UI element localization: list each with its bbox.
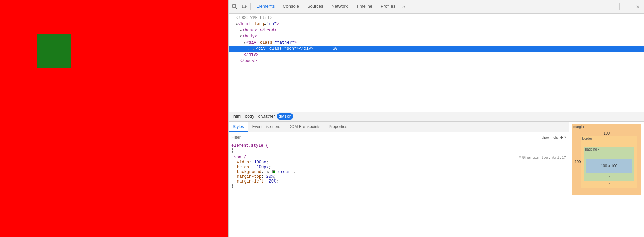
tab-network[interactable]: Network bbox=[328, 0, 352, 13]
box-content: 100 × 100 bbox=[586, 159, 632, 173]
breadcrumb-body[interactable]: body bbox=[243, 113, 256, 120]
css-prop-height: height: 100px; bbox=[231, 165, 566, 170]
border-val-bottom: - bbox=[584, 181, 634, 185]
filter-hov-button[interactable]: :hov bbox=[541, 135, 550, 140]
css-source-link[interactable]: 再探margin-top.html:17 bbox=[518, 155, 566, 160]
css-son-header: .son { 再探margin-top.html:17 bbox=[231, 155, 566, 160]
css-prop-margin-left: margin-left: 20%; bbox=[231, 179, 566, 184]
border-label: border bbox=[582, 137, 592, 140]
tab-console[interactable]: Console bbox=[279, 0, 303, 13]
svg-rect-0 bbox=[233, 5, 236, 7]
styles-content: element.style { } .son { 再探margin-top.ht… bbox=[229, 142, 569, 237]
background-arrow[interactable]: ▶ bbox=[267, 170, 269, 174]
dom-doctype: <!DOCTYPE html> bbox=[229, 15, 644, 21]
toolbar-separator bbox=[250, 3, 251, 10]
dom-head-tag[interactable]: ▶ <head>…</head> bbox=[229, 27, 644, 33]
css-close-element: } bbox=[231, 148, 566, 153]
padding-val-bottom: - bbox=[586, 174, 632, 178]
padding-label: padding - bbox=[585, 147, 599, 151]
breadcrumb-bar: html body div.father div.son bbox=[229, 112, 644, 121]
margin-bottom-value[interactable]: - bbox=[575, 188, 639, 192]
dom-father-close: </div> bbox=[229, 52, 644, 58]
tab-elements[interactable]: Elements bbox=[252, 0, 279, 13]
svg-rect-3 bbox=[246, 6, 246, 7]
expand-body[interactable]: ▼ bbox=[240, 35, 242, 38]
margin-label: margin bbox=[573, 125, 584, 129]
box-model-container: margin 100 100 border - pad bbox=[572, 124, 641, 195]
expand-father[interactable]: ▼ bbox=[244, 41, 246, 45]
dom-father-div[interactable]: ▼ <div class="father" > bbox=[229, 40, 644, 46]
breadcrumb-html[interactable]: html bbox=[231, 113, 243, 120]
bottom-panel: Styles Event Listeners DOM Breakpoints P… bbox=[229, 121, 644, 237]
breadcrumb-son[interactable]: div.son bbox=[277, 113, 293, 120]
devtools-toolbar: Elements Console Sources Network Timelin… bbox=[229, 0, 644, 14]
filter-input[interactable] bbox=[231, 135, 541, 140]
css-selector-element: element.style { bbox=[231, 143, 566, 148]
preview-pane bbox=[0, 0, 228, 237]
padding-val-top: - bbox=[586, 154, 632, 158]
svg-line-1 bbox=[236, 7, 237, 9]
filter-cls-button[interactable]: .cls bbox=[551, 135, 559, 140]
devtools-more-button[interactable]: ⋮ bbox=[622, 2, 632, 12]
inspect-element-button[interactable] bbox=[230, 2, 240, 12]
devtools-tabs: Elements Console Sources Network Timelin… bbox=[252, 0, 618, 13]
dom-tree: <!DOCTYPE html> ▶ <html lang="en" > ▶ <h… bbox=[229, 14, 644, 112]
box-padding: padding - - 100 × 100 - bbox=[584, 147, 634, 181]
right-separator bbox=[619, 3, 620, 10]
device-toggle-button[interactable] bbox=[240, 2, 249, 12]
tab-styles[interactable]: Styles bbox=[229, 122, 248, 132]
margin-side-row: 100 border - padding - - bbox=[575, 136, 639, 188]
content-size: 100 × 100 bbox=[601, 164, 617, 168]
filter-bar: :hov .cls + ▾ bbox=[229, 132, 569, 142]
css-close-son: } bbox=[231, 184, 566, 189]
devtools-right-icons: ⋮ ✕ bbox=[618, 2, 643, 12]
expand-head[interactable]: ▶ bbox=[240, 28, 242, 32]
svg-rect-2 bbox=[242, 5, 246, 8]
breadcrumb-father[interactable]: div.father bbox=[256, 113, 277, 120]
margin-right-value[interactable]: - bbox=[637, 136, 639, 188]
devtools-close-button[interactable]: ✕ bbox=[633, 2, 643, 12]
tab-sources[interactable]: Sources bbox=[303, 0, 328, 13]
margin-left-value[interactable]: 100 bbox=[575, 136, 581, 188]
tab-event-listeners[interactable]: Event Listeners bbox=[248, 122, 284, 132]
border-box: border - padding - - 100 × 100 bbox=[581, 136, 637, 188]
dom-dots: ... bbox=[248, 47, 255, 51]
filter-buttons: :hov .cls + ▾ bbox=[541, 135, 566, 140]
tab-timeline[interactable]: Timeline bbox=[352, 0, 377, 13]
dom-body-close: </body> bbox=[229, 58, 644, 64]
tab-properties[interactable]: Properties bbox=[325, 122, 351, 132]
styles-tabs: Styles Event Listeners DOM Breakpoints P… bbox=[229, 122, 569, 132]
css-rule-element-style: element.style { } bbox=[231, 143, 566, 153]
color-swatch-green[interactable] bbox=[272, 170, 275, 173]
dom-son-div[interactable]: ... <div class="son" ></div> == $0 bbox=[229, 46, 644, 52]
css-rule-son: .son { 再探margin-top.html:17 width: 100px… bbox=[231, 155, 566, 189]
filter-chevron-icon: ▾ bbox=[564, 135, 566, 139]
styles-panel: Styles Event Listeners DOM Breakpoints P… bbox=[229, 122, 569, 237]
more-tabs-button[interactable]: » bbox=[399, 0, 408, 13]
box-margin: margin 100 100 border - pad bbox=[572, 124, 641, 195]
css-prop-margin-top: margin-top: 20%; bbox=[231, 174, 566, 179]
filter-add-button[interactable]: + bbox=[560, 135, 563, 140]
css-prop-width: width: 100px; bbox=[231, 160, 566, 165]
green-box bbox=[37, 34, 71, 68]
tab-dom-breakpoints[interactable]: DOM Breakpoints bbox=[284, 122, 325, 132]
box-model-panel: margin 100 100 border - pad bbox=[569, 122, 644, 237]
tab-profiles[interactable]: Profiles bbox=[377, 0, 399, 13]
expand-html[interactable]: ▶ bbox=[236, 22, 238, 26]
dom-body-tag[interactable]: ▼ <body> bbox=[229, 33, 644, 40]
devtools-panel: Elements Console Sources Network Timelin… bbox=[228, 0, 644, 237]
dom-html-tag[interactable]: ▶ <html lang="en" > bbox=[229, 21, 644, 27]
margin-top-value[interactable]: 100 bbox=[575, 131, 639, 135]
box-border: border - padding - - 100 × 100 bbox=[581, 136, 637, 188]
css-prop-background: background: ▶ green ; bbox=[231, 170, 566, 174]
